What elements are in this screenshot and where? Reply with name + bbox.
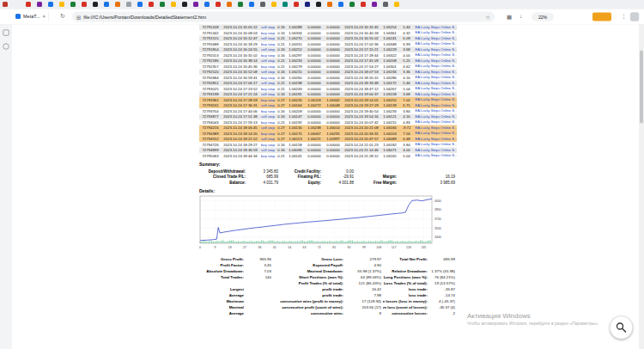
cell-size: 0.27	[276, 138, 286, 141]
scrollbar[interactable]	[639, 25, 644, 349]
pinned-tab[interactable]	[204, 2, 210, 7]
cell-open-price: 1.06288	[286, 26, 305, 29]
pinned-tab[interactable]	[115, 2, 120, 7]
pinned-tab[interactable]	[104, 2, 109, 7]
tab-close-icon[interactable]: ×	[43, 14, 46, 20]
pinned-tab[interactable]	[82, 2, 87, 7]
pinned-tab[interactable]	[126, 2, 131, 7]
balance-chart: 3400355037003850400009182736455463728190…	[199, 195, 457, 252]
favorites-icon[interactable]	[3, 44, 9, 50]
cell-order-type: buy stop	[259, 98, 276, 101]
cell-close-time: 2023.10.24 17:02:36	[343, 42, 380, 46]
cell-open-price: 1.06181	[286, 93, 305, 96]
pinned-tab[interactable]	[249, 2, 254, 7]
cell-size: 0.16	[276, 53, 286, 57]
magnifier-button[interactable]	[610, 316, 633, 340]
cell-profit: 4.62	[399, 64, 414, 68]
cell-order-type: buy stop	[259, 31, 276, 34]
url-text[interactable]: file:///C:/Users/Pontan/Downloads/Detail…	[83, 15, 483, 20]
pinned-tab[interactable]	[271, 2, 276, 7]
stat-label: consecutive losses:	[383, 310, 428, 316]
cell-close-price: 1.06089	[380, 138, 399, 141]
pinned-tab[interactable]	[283, 2, 288, 7]
stat-value	[244, 310, 273, 316]
cell-comment: EA Lucky Steps Online S...	[414, 31, 457, 34]
pinned-tab[interactable]	[316, 2, 321, 7]
panels-icon[interactable]	[3, 30, 9, 36]
svg-text:3400: 3400	[434, 236, 441, 239]
pinned-tab[interactable]	[93, 2, 98, 7]
cell-profit: 4.16	[399, 76, 414, 79]
pinned-tab[interactable]	[238, 2, 243, 7]
cell-open-time: 2023.10.24 18:36:59	[222, 149, 259, 152]
profile-avatar[interactable]	[630, 13, 639, 21]
cell-ticket: 72792520	[199, 70, 222, 74]
extensions-icon[interactable]: ▦	[507, 14, 512, 21]
balance-chart-svg: 3400355037003850400009182736455463728190…	[199, 195, 457, 252]
cell-take-profit: 0.00000	[324, 115, 343, 119]
pinned-tab[interactable]	[182, 2, 187, 7]
scrollbar-thumb[interactable]	[640, 51, 643, 124]
pinned-tab[interactable]	[193, 2, 198, 7]
menu-kebab-icon[interactable]: ⋮	[621, 13, 627, 20]
pinned-tab[interactable]	[216, 2, 221, 7]
address-bar[interactable]: ▤ file:///C:/Users/Pontan/Downloads/Deta…	[72, 12, 495, 22]
cell-order-type: buy stop	[259, 109, 276, 113]
cell-size: 0.27	[276, 126, 286, 130]
pinned-tab[interactable]	[260, 2, 265, 7]
pinned-tab[interactable]	[171, 2, 176, 7]
watermark-subtitle: Чтобы активировать Windows, перейдите в …	[467, 321, 598, 327]
pinned-tab[interactable]	[349, 2, 355, 7]
pinned-tab[interactable]	[227, 2, 232, 7]
pinned-tab[interactable]	[394, 2, 399, 7]
cell-open-price: 1.06147	[286, 115, 305, 119]
pinned-tab[interactable]	[26, 2, 31, 7]
download-icon[interactable]: ↓	[519, 13, 522, 20]
cell-order-type: sell stop	[259, 26, 276, 29]
cell-size: 0.16	[276, 70, 286, 74]
cell-profit: 6.75	[399, 104, 414, 107]
pinned-tab[interactable]	[383, 2, 388, 7]
reload-icon[interactable]: ↻	[60, 13, 65, 20]
cell-profit: 4.00	[399, 53, 414, 57]
cell-open-time: 2023.10.24 17:28:59	[222, 98, 259, 101]
cell-close-price: 1.06121	[380, 115, 399, 119]
pinned-tab[interactable]	[137, 2, 143, 7]
cell-close-time: 2023.10.24 20:47:57	[343, 138, 380, 141]
stat-label	[199, 280, 244, 286]
trades-table: 727912082023.10.24 16:05:12sell stop0.16…	[199, 25, 457, 159]
pinned-tab[interactable]	[305, 2, 310, 7]
cell-size: 0.16	[276, 26, 286, 29]
pinned-tab[interactable]	[361, 2, 366, 7]
pinned-tab[interactable]	[37, 2, 42, 7]
cell-take-profit: 0.00000	[324, 64, 343, 68]
svg-text:99: 99	[362, 246, 366, 249]
pinned-tab[interactable]	[59, 2, 64, 7]
statement-report: 727912082023.10.24 16:05:12sell stop0.16…	[199, 25, 457, 317]
browser-menu-icon[interactable]	[3, 2, 8, 7]
cell-order-type: sell stop	[259, 126, 276, 130]
pinned-tab[interactable]	[149, 2, 154, 7]
cell-size: 0.21	[276, 59, 286, 63]
cell-close-time: 2023.10.24 21:28:12	[343, 154, 380, 157]
pinned-tab[interactable]	[160, 2, 165, 7]
pinned-tab[interactable]	[48, 2, 53, 7]
cell-size: 0.16	[276, 31, 286, 34]
active-tab[interactable]: MetaT... ×	[13, 11, 49, 22]
pinned-tab[interactable]	[294, 2, 299, 7]
svg-text:4000: 4000	[434, 199, 441, 203]
pinned-tab[interactable]	[372, 2, 377, 7]
pinned-tab[interactable]	[338, 2, 343, 7]
pinned-tab[interactable]	[327, 2, 332, 7]
bookmark-star-icon[interactable]: ☆	[486, 14, 490, 20]
pinned-tab[interactable]	[70, 2, 76, 7]
cell-open-price: 1.06233	[286, 59, 305, 63]
zoom-badge[interactable]: 22%	[532, 13, 554, 21]
promo-badge[interactable]	[592, 13, 611, 21]
stat-value: 3.45	[244, 262, 273, 268]
stat-value: -45.37 (4)	[428, 304, 457, 310]
cell-open-time: 2023.10.24 17:21:24	[222, 93, 259, 96]
cell-profit: 3.68	[399, 48, 414, 52]
cell-close-time: 2023.10.24 18:33:48	[343, 82, 380, 85]
stat-label	[383, 262, 428, 268]
